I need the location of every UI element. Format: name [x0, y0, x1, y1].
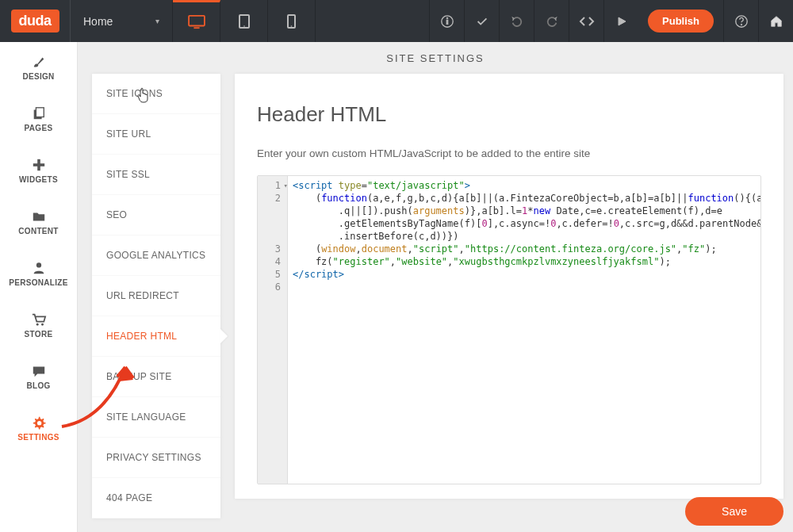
comment-icon: [32, 364, 46, 378]
submenu-site-ssl[interactable]: SITE SSL: [92, 155, 220, 195]
page-dropdown[interactable]: Home ▾: [70, 0, 173, 42]
rail-label: WIDGETS: [19, 175, 58, 184]
info-button[interactable]: [429, 0, 464, 42]
rail-blog[interactable]: BLOG: [0, 351, 77, 403]
svg-point-16: [36, 323, 38, 326]
submenu-label: SITE URL: [106, 128, 151, 140]
preview-button[interactable]: [603, 0, 638, 42]
settings-submenu: SITE ICONS SITE URL SITE SSL SEO GOOGLE …: [92, 74, 220, 519]
svg-rect-14: [33, 163, 44, 166]
redo-icon: [545, 14, 559, 29]
top-bar: duda Home ▾ Publish: [0, 0, 793, 42]
devmode-button[interactable]: [569, 0, 603, 42]
submenu-label: HEADER HTML: [106, 331, 177, 342]
code-body[interactable]: <script type="text/javascript"> (functio…: [288, 176, 760, 484]
svg-point-10: [741, 24, 742, 25]
panel-title: Header HTML: [257, 102, 761, 127]
rail-label: BLOG: [26, 381, 50, 390]
submenu-label: SITE LANGUAGE: [106, 411, 186, 423]
check-icon: [475, 14, 489, 29]
publish-button[interactable]: Publish: [648, 10, 714, 33]
rail-store[interactable]: STORE: [0, 300, 77, 351]
svg-point-17: [41, 323, 44, 326]
chevron-down-icon: ▾: [155, 17, 159, 25]
save-row: Save: [685, 497, 783, 526]
help-icon: [734, 14, 749, 29]
rail-settings[interactable]: SETTINGS: [0, 403, 77, 454]
code-icon: [579, 15, 595, 28]
tablet-icon: [239, 14, 250, 29]
check-button[interactable]: [464, 0, 499, 42]
submenu-label: BACKUP SITE: [106, 371, 171, 382]
desktop-icon: [188, 15, 205, 29]
submenu-url-redirect[interactable]: URL REDIRECT: [92, 276, 220, 316]
home-button[interactable]: [758, 0, 793, 42]
submenu-site-language[interactable]: SITE LANGUAGE: [92, 397, 220, 438]
submenu-seo[interactable]: SEO: [92, 195, 220, 235]
submenu-privacy-settings[interactable]: PRIVACY SETTINGS: [92, 438, 220, 478]
line-number: 2: [258, 192, 287, 205]
save-button[interactable]: Save: [685, 497, 783, 526]
svg-point-8: [446, 17, 448, 19]
submenu-google-analytics[interactable]: GOOGLE ANALYTICS: [92, 235, 220, 276]
submenu-label: 404 PAGE: [106, 492, 152, 503]
submenu-backup-site[interactable]: BACKUP SITE: [92, 357, 220, 397]
brush-icon: [32, 55, 46, 69]
redo-button[interactable]: [534, 0, 569, 42]
svg-point-5: [291, 25, 293, 27]
info-icon: [440, 14, 454, 29]
rail-pages[interactable]: PAGES: [0, 94, 77, 145]
publish-area: Publish: [638, 0, 723, 42]
device-desktop[interactable]: [173, 0, 220, 42]
line-number: 3: [258, 243, 287, 255]
submenu-site-icons[interactable]: SITE ICONS: [92, 74, 220, 114]
brand-logo-text: duda: [11, 10, 59, 33]
play-icon: [616, 16, 627, 27]
svg-rect-0: [189, 16, 205, 26]
gear-icon: [32, 415, 46, 430]
header-html-panel: Header HTML Enter your own custom HTML/J…: [235, 74, 783, 499]
brand-logo[interactable]: duda: [0, 0, 70, 42]
device-mobile[interactable]: [268, 0, 316, 42]
code-editor[interactable]: 1 2 3 4 5 6 <script type="text/javascrip…: [257, 175, 761, 484]
submenu-label: SITE SSL: [106, 169, 150, 180]
submenu-404-page[interactable]: 404 PAGE: [92, 478, 220, 519]
mobile-icon: [287, 14, 296, 29]
code-gutter: 1 2 3 4 5 6: [258, 176, 288, 484]
rail-label: SETTINGS: [17, 433, 59, 442]
line-number: 6: [258, 281, 287, 293]
content-area: SITE SETTINGS SITE ICONS SITE URL SITE S…: [78, 42, 793, 532]
svg-rect-12: [36, 108, 44, 117]
rail-label: STORE: [25, 330, 53, 339]
panel-hint: Enter your own custom HTML/JavaScript to…: [257, 147, 761, 159]
device-tablet[interactable]: [220, 0, 268, 42]
line-number: 4: [258, 255, 287, 268]
left-rail: DESIGN PAGES WIDGETS CONTENT PERSONALIZE…: [0, 42, 78, 532]
rail-label: DESIGN: [22, 72, 54, 81]
submenu-label: SITE ICONS: [106, 88, 163, 99]
plus-icon: [32, 158, 46, 172]
submenu-site-url[interactable]: SITE URL: [92, 114, 220, 155]
folder-icon: [32, 209, 46, 224]
rail-content[interactable]: CONTENT: [0, 197, 77, 248]
submenu-label: GOOGLE ANALYTICS: [106, 250, 205, 261]
submenu-header-html[interactable]: HEADER HTML: [92, 316, 220, 357]
rail-design[interactable]: DESIGN: [0, 42, 77, 94]
person-icon: [32, 261, 46, 275]
svg-point-15: [36, 262, 40, 267]
page-dropdown-label: Home: [83, 15, 113, 28]
submenu-label: URL REDIRECT: [106, 290, 179, 301]
cart-icon: [31, 312, 47, 327]
rail-widgets[interactable]: WIDGETS: [0, 145, 77, 197]
line-number: 5: [258, 268, 287, 281]
help-button[interactable]: [723, 0, 758, 42]
section-title: SITE SETTINGS: [78, 42, 793, 74]
svg-point-3: [243, 25, 245, 27]
submenu-label: SEO: [106, 209, 127, 220]
home-icon: [769, 14, 783, 29]
rail-label: PAGES: [25, 124, 53, 132]
line-number: 1: [258, 179, 287, 192]
rail-label: PERSONALIZE: [9, 278, 67, 287]
rail-personalize[interactable]: PERSONALIZE: [0, 248, 77, 300]
undo-button[interactable]: [499, 0, 534, 42]
